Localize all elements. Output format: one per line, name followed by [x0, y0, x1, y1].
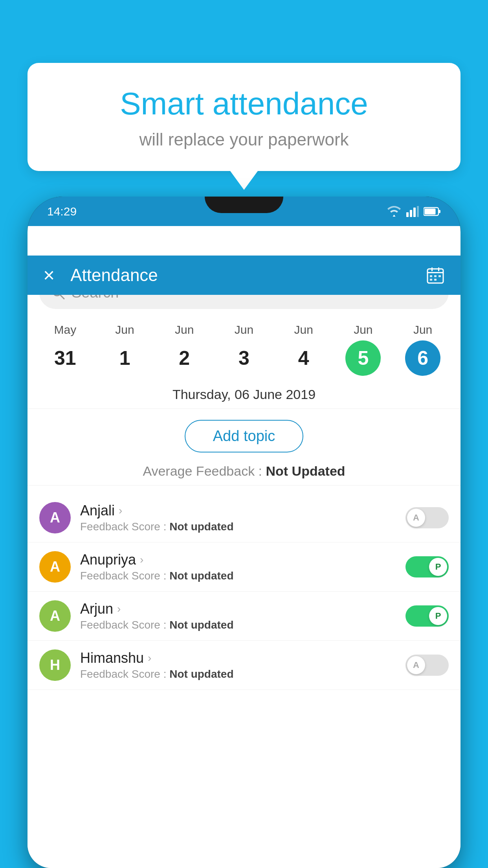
date-item[interactable]: Jun3 [226, 323, 262, 376]
attendance-toggle[interactable]: P [405, 556, 449, 577]
date-month: Jun [115, 323, 134, 337]
attendance-toggle[interactable]: A [405, 507, 449, 528]
date-item[interactable]: Jun4 [286, 323, 321, 376]
avg-feedback: Average Feedback : Not Updated [28, 463, 460, 485]
date-number[interactable]: 3 [226, 340, 262, 376]
student-name[interactable]: Arjun › [80, 601, 396, 617]
attendance-toggle[interactable]: A [405, 655, 449, 676]
student-item: HHimanshu ›Feedback Score : Not updatedA [28, 641, 460, 690]
svg-line-17 [60, 295, 64, 299]
screen-content: Search May31Jun1Jun2Jun3Jun4Jun5Jun6 Thu… [28, 265, 460, 868]
svg-rect-14 [430, 279, 432, 281]
feedback-score: Feedback Score : Not updated [80, 619, 396, 631]
student-info: Anupriya ›Feedback Score : Not updated [80, 552, 396, 582]
date-item[interactable]: Jun5 [345, 323, 381, 376]
svg-rect-5 [425, 208, 436, 214]
signal-icon [406, 206, 419, 217]
avatar: A [39, 502, 71, 533]
chevron-icon: › [117, 603, 121, 615]
student-name[interactable]: Anupriya › [80, 552, 396, 568]
date-month: May [54, 323, 77, 337]
student-info: Himanshu ›Feedback Score : Not updated [80, 650, 396, 680]
date-number[interactable]: 2 [167, 340, 202, 376]
battery-icon [424, 207, 441, 216]
date-item[interactable]: Jun2 [167, 323, 202, 376]
chevron-icon: › [148, 652, 151, 664]
add-topic-button[interactable]: Add topic [185, 420, 303, 452]
svg-rect-12 [434, 275, 437, 277]
phone-screen: × Attendance [28, 226, 460, 868]
svg-rect-8 [427, 272, 443, 273]
svg-rect-13 [438, 275, 441, 277]
student-info: Arjun ›Feedback Score : Not updated [80, 601, 396, 631]
svg-rect-9 [431, 267, 433, 271]
date-number[interactable]: 5 [345, 340, 381, 376]
phone-frame: 14:29 × [28, 197, 460, 868]
date-month: Jun [413, 323, 432, 337]
app-header: × Attendance [28, 256, 460, 295]
speech-bubble: Smart attendance will replace your paper… [28, 63, 460, 171]
svg-rect-0 [406, 212, 409, 217]
svg-rect-1 [410, 210, 412, 217]
date-number[interactable]: 1 [107, 340, 143, 376]
attendance-toggle[interactable]: P [405, 605, 449, 627]
date-number[interactable]: 6 [405, 340, 440, 376]
student-name[interactable]: Anjali › [80, 502, 396, 519]
calendar-icon[interactable] [426, 266, 445, 285]
svg-rect-10 [438, 267, 439, 271]
student-info: Anjali ›Feedback Score : Not updated [80, 502, 396, 533]
svg-rect-2 [413, 208, 416, 217]
avg-feedback-label: Average Feedback : [143, 463, 266, 478]
status-icons [387, 206, 441, 217]
svg-rect-3 [417, 206, 419, 217]
phone-notch [205, 197, 283, 213]
avg-feedback-value: Not Updated [266, 463, 345, 478]
avatar: H [39, 649, 71, 681]
close-button[interactable]: × [43, 265, 55, 285]
date-item[interactable]: May31 [48, 323, 83, 376]
date-month: Jun [235, 323, 253, 337]
bubble-subtitle: will replace your paperwork [51, 130, 437, 149]
date-item[interactable]: Jun1 [107, 323, 143, 376]
svg-rect-15 [434, 279, 437, 281]
avatar: A [39, 600, 71, 632]
feedback-score: Feedback Score : Not updated [80, 570, 396, 582]
student-item: AAnjali ›Feedback Score : Not updatedA [28, 493, 460, 542]
student-list: AAnjali ›Feedback Score : Not updatedAAA… [28, 493, 460, 690]
selected-date-label: Thursday, 06 June 2019 [28, 380, 460, 409]
date-strip: May31Jun1Jun2Jun3Jun4Jun5Jun6 [28, 309, 460, 380]
date-item[interactable]: Jun6 [405, 323, 440, 376]
chevron-icon: › [140, 554, 143, 566]
date-number[interactable]: 31 [48, 340, 83, 376]
student-item: AArjun ›Feedback Score : Not updatedP [28, 592, 460, 641]
feedback-score: Feedback Score : Not updated [80, 668, 396, 680]
date-month: Jun [354, 323, 372, 337]
chevron-icon: › [119, 504, 122, 517]
status-time: 14:29 [47, 205, 77, 218]
student-item: AAnupriya ›Feedback Score : Not updatedP [28, 542, 460, 592]
date-number[interactable]: 4 [286, 340, 321, 376]
header-title: Attendance [70, 265, 426, 285]
feedback-score: Feedback Score : Not updated [80, 520, 396, 533]
date-month: Jun [294, 323, 313, 337]
student-name[interactable]: Himanshu › [80, 650, 396, 666]
svg-rect-11 [430, 275, 432, 277]
wifi-icon [387, 206, 402, 217]
bubble-title: Smart attendance [51, 86, 437, 121]
svg-rect-6 [438, 210, 440, 213]
date-month: Jun [175, 323, 194, 337]
avatar: A [39, 551, 71, 583]
